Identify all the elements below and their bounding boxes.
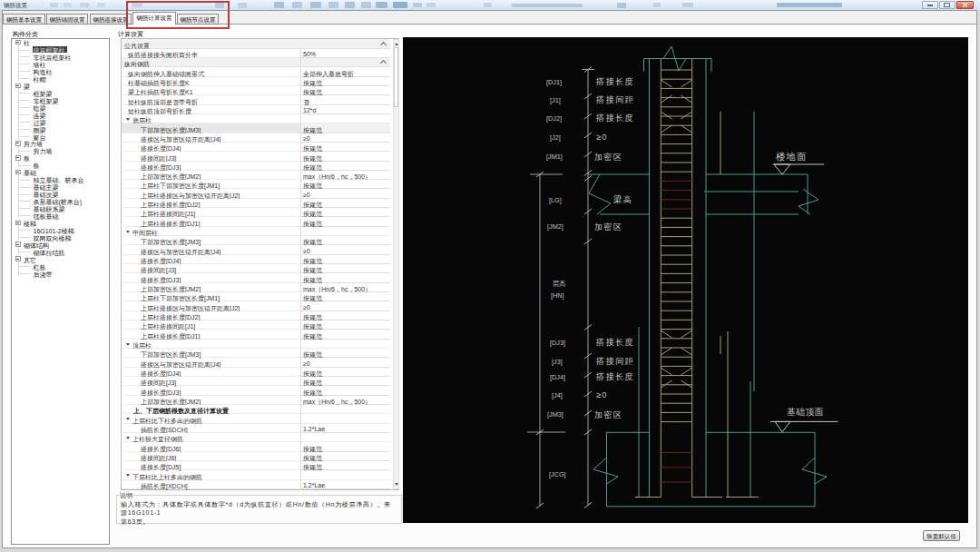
svg-text:加密区: 加密区	[594, 153, 622, 162]
svg-text:≥0: ≥0	[596, 133, 608, 142]
svg-text:搭接长度: 搭接长度	[595, 338, 634, 347]
svg-text:[DJ4]: [DJ4]	[550, 373, 565, 381]
svg-text:[JM1]: [JM1]	[546, 153, 563, 161]
svg-text:搭接长度: 搭接长度	[595, 77, 634, 86]
svg-text:[DJ1]: [DJ1]	[546, 78, 562, 86]
svg-text:层高: 层高	[553, 280, 565, 288]
svg-text:[DJ2]: [DJ2]	[546, 114, 562, 123]
svg-text:搭接间距: 搭接间距	[595, 357, 634, 366]
svg-text:搭接间距: 搭接间距	[595, 95, 634, 104]
svg-text:[DJ3]: [DJ3]	[550, 339, 565, 347]
svg-text:[JM2]: [JM2]	[547, 222, 564, 231]
svg-text:加密区: 加密区	[594, 222, 622, 232]
svg-text:[J4]: [J4]	[552, 391, 563, 399]
svg-text:[JM3]: [JM3]	[547, 410, 564, 419]
svg-text:搭接长度: 搭接长度	[595, 372, 634, 381]
svg-text:搭接长度: 搭接长度	[595, 113, 634, 123]
svg-text:楼地面: 楼地面	[776, 151, 808, 162]
svg-text:[HN]: [HN]	[551, 291, 564, 300]
svg-text:梁高: 梁高	[613, 194, 632, 204]
svg-text:加密区: 加密区	[594, 410, 622, 419]
svg-text:[LG]: [LG]	[549, 196, 562, 204]
svg-text:[JCG]: [JCG]	[549, 470, 566, 478]
svg-text:[J2]: [J2]	[550, 133, 561, 142]
svg-text:≥0: ≥0	[596, 390, 608, 399]
svg-text:[J1]: [J1]	[550, 96, 561, 104]
svg-text:基础顶面: 基础顶面	[787, 407, 824, 417]
svg-text:[J3]: [J3]	[552, 358, 563, 366]
